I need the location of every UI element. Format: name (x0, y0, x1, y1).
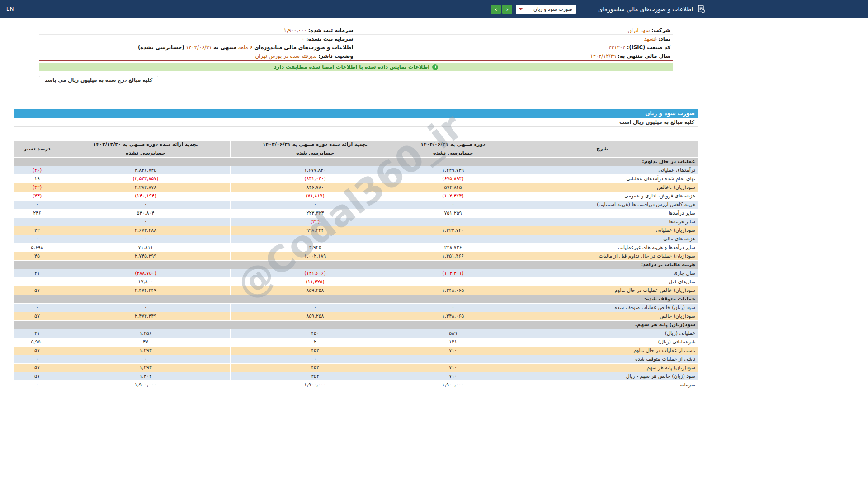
statement-section-row: سود(زیان) پایه هر سهم: (14, 320, 698, 329)
page-title: اطلاعات و صورت‌های مالی میاندوره‌ای (598, 6, 693, 13)
value-change-percent: -- (14, 277, 61, 286)
value-restated-year: ۵۳۰,۸۰۴ (61, 209, 231, 217)
statement-data-row: سایر هزینه‌ها۰(۴۲)۰-- (14, 217, 698, 226)
report-audit-status: (حسابرسی نشده) (138, 44, 184, 51)
section-label: عملیات متوقف شده: (14, 295, 698, 303)
statement-data-row: سود (زیان) خالص هر سهم - ریال۷۱۰۴۵۲۱,۳۰۲… (14, 372, 698, 380)
row-label: غیرعملیاتی (ریال) (506, 338, 698, 346)
report-period-end-date: ۱۴۰۴/۰۶/۳۱ (186, 44, 212, 51)
statement-section-row: عملیات متوقف شده: (14, 295, 698, 303)
value-change-percent: (۴۳) (14, 192, 61, 200)
value-restated-year: (۱۴۰,۱۹۴) (61, 192, 231, 200)
row-label: سود(زیان) پایه هر سهم (506, 363, 698, 372)
value-restated-year: ۱,۳۰۲ (61, 372, 231, 380)
statement-data-row: عملیاتی (ریال)۵۸۹۴۵۰۱,۲۵۶۳۱ (14, 329, 698, 338)
unregistered-capital-label: سرمایه ثبت نشده: (306, 36, 353, 42)
value-restated-6m: ۱,۰۰۲,۱۸۹ (231, 252, 400, 260)
audit-status-year: حسابرسی نشده (61, 149, 231, 157)
statement-title-bar: صورت سود و زیان (14, 109, 698, 118)
value-current-period: (۱۰۳,۴۰۱) (400, 269, 506, 277)
value-restated-6m: (۷۱,۸۱۷) (231, 192, 400, 200)
value-current-period: ۰ (400, 355, 506, 363)
statement-type-dropdown[interactable]: صورت سود و زیان (516, 5, 576, 14)
value-restated-year: (۲۸۸,۷۵۰) (61, 269, 231, 277)
value-current-period: ۱,۲۴۹,۷۳۹ (400, 166, 506, 174)
value-current-period: ۱,۲۲۲,۷۴۰ (400, 226, 506, 235)
col-header-current-period: دوره منتهی به ۱۴۰۴/۰۶/۳۱ (400, 140, 506, 149)
row-label: بهای تمام شده درآمدهای عملیاتی (506, 174, 698, 183)
row-label: هزینه کاهش ارزش دریافتنی ها (هزینه استثن… (506, 200, 698, 209)
value-restated-6m: ۱,۹۰۰,۰۰۰ (231, 380, 400, 389)
value-current-period: ۱,۳۴۸,۰۶۵ (400, 312, 506, 320)
audit-status-6m: حسابرسی شده (231, 149, 400, 157)
row-label: سود(زیان) ناخالص (506, 183, 698, 192)
value-change-percent: ۴۵ (14, 252, 61, 260)
value-restated-year: ۱۷,۸۰۰ (61, 277, 231, 286)
signed-info-banner: i اطلاعات نمایش داده شده با اطلاعات امضا… (39, 63, 673, 71)
row-label: هزینه های فروش، اداری و عمومی (506, 192, 698, 200)
next-statement-button[interactable]: › (502, 5, 512, 14)
amounts-unit-note: کلیه مبالغ درج شده به میلیون ریال می باش… (39, 76, 158, 84)
row-label: عملیاتی (ریال) (506, 329, 698, 338)
company-name-label: شرکت: (651, 27, 670, 33)
value-current-period: ۰ (400, 235, 506, 243)
statement-data-row: درآمدهای عملیاتی۱,۲۴۹,۷۳۹۱,۶۷۷,۸۲۰۴,۸۲۶,… (14, 166, 698, 174)
statement-data-row: سال جاری(۱۰۳,۴۰۱)(۱۳۱,۶۰۶)(۲۸۸,۷۵۰)۲۱ (14, 269, 698, 277)
topbar-inner: اطلاعات و صورت‌های مالی میاندوره‌ای صورت… (0, 0, 712, 18)
value-change-percent: ۵۷ (14, 312, 61, 320)
value-change-percent: ۰ (14, 200, 61, 209)
issuer-status-label: وضعیت ناشر: (318, 53, 353, 59)
value-restated-year: ۲,۷۴۵,۲۹۹ (61, 252, 231, 260)
value-restated-6m: ۲ (231, 338, 400, 346)
value-change-percent: ۵,۶۹۸ (14, 243, 61, 252)
topbar-right-group: اطلاعات و صورت‌های مالی میاندوره‌ای صورت… (491, 5, 706, 14)
language-toggle[interactable]: EN (6, 6, 14, 12)
header-row-periods: شرح دوره منتهی به ۱۴۰۴/۰۶/۳۱ تجدید ارائه… (14, 140, 698, 149)
statement-data-row: سود(زیان) ناخالص۵۷۳,۸۴۵۸۴۶,۷۸۰۲,۲۸۲,۸۷۸(… (14, 183, 698, 192)
prev-statement-button[interactable]: ‹ (491, 5, 501, 14)
company-info-section: شرکت: شهد ایران سرمایه ثبت شده: ۱,۹۰۰,۰۰… (39, 26, 673, 84)
value-change-percent: ۰ (14, 303, 61, 312)
company-info-table: شرکت: شهد ایران سرمایه ثبت شده: ۱,۹۰۰,۰۰… (39, 26, 673, 61)
value-current-period: ۵۷۳,۸۴۵ (400, 183, 506, 192)
value-current-period: ۷۱۰ (400, 363, 506, 372)
value-restated-year: ۱,۲۹۳ (61, 346, 231, 355)
value-current-period: (۶۷۵,۸۹۴) (400, 174, 506, 183)
row-label: سایر درآمدها (506, 209, 698, 217)
value-restated-6m: ۰ (231, 303, 400, 312)
value-current-period: ۰ (400, 217, 506, 226)
value-change-percent: ۰ (14, 355, 61, 363)
fiscal-year-end-cell: سال مالی منتهی به: ۱۴۰۴/۱۲/۲۹ (356, 52, 674, 61)
value-current-period: (۱۰۲,۳۶۴) (400, 192, 506, 200)
statement-data-row: ناشی از عملیات متوقف شده۰۰۰۰ (14, 355, 698, 363)
value-current-period: ۷۱۰ (400, 346, 506, 355)
statement-data-row: بهای تمام شده درآمدهای عملیاتی(۶۷۵,۸۹۴)(… (14, 174, 698, 183)
value-change-percent: (۲۶) (14, 166, 61, 174)
value-restated-year: ۰ (61, 355, 231, 363)
row-label: سود(زیان) خالص (506, 312, 698, 320)
row-label: سایر هزینه‌ها (506, 217, 698, 226)
issuer-status-value: پذیرفته شده در بورس تهران (255, 53, 316, 59)
registered-capital-label: سرمایه ثبت شده: (308, 27, 354, 33)
value-restated-year: ۴,۸۲۶,۷۳۵ (61, 166, 231, 174)
value-current-period: ۱,۹۰۰,۰۰۰ (400, 380, 506, 389)
value-restated-6m: ۰ (231, 235, 400, 243)
signed-info-text: اطلاعات نمایش داده شده با اطلاعات امضا ش… (274, 64, 430, 70)
top-navigation-bar: اطلاعات و صورت‌های مالی میاندوره‌ای صورت… (0, 0, 868, 18)
statement-data-row: هزینه کاهش ارزش دریافتنی ها (هزینه استثن… (14, 200, 698, 209)
statement-section-row: هزینه مالیات بر درآمد: (14, 260, 698, 269)
statement-table-header: شرح دوره منتهی به ۱۴۰۴/۰۶/۳۱ تجدید ارائه… (14, 140, 698, 157)
report-period-length: ۶ ماهه (238, 44, 253, 51)
row-label: سرمایه (506, 380, 698, 389)
fiscal-year-end-label: سال مالی منتهی به: (618, 53, 670, 59)
statement-data-row: سود(زیان) عملیاتی۱,۲۲۲,۷۴۰۹۹۸,۲۴۴۲,۶۷۳,۴… (14, 226, 698, 235)
value-restated-6m: ۳,۹۴۵ (231, 243, 400, 252)
statement-data-row: سود(زیان) خالص عملیات در حال تداوم۱,۳۴۸,… (14, 286, 698, 295)
info-row: کد صنعت (ISIC): ۴۲۱۳۰۲ اطلاعات و صورت‌ها… (39, 43, 673, 52)
info-row: نماد: غشهد سرمایه ثبت نشده: ۰ (39, 35, 673, 43)
section-divider (0, 99, 712, 99)
value-current-period: ۲۲۸,۷۲۶ (400, 243, 506, 252)
value-change-percent: ۵۷ (14, 363, 61, 372)
statement-data-row: هزینه های فروش، اداری و عمومی(۱۰۲,۳۶۴)(۷… (14, 192, 698, 200)
value-current-period: ۱۲۱ (400, 338, 506, 346)
